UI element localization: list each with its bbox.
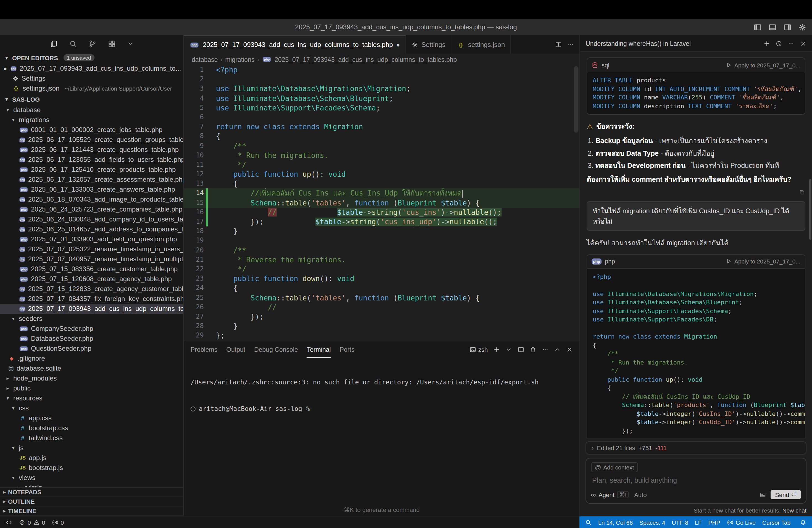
sidebar-section-timeline[interactable]: ▸TIMELINE [0,507,184,516]
editor-line[interactable]: 15 Schema::table('tables', function (Blu… [184,198,579,207]
editor-line[interactable]: 24 { [184,283,579,293]
sidebar-section-outline[interactable]: ▸OUTLINE [0,497,184,507]
apply-button[interactable]: Apply to 2025_07_17_0... [726,258,800,265]
chat-input-box[interactable]: @ Add context Plan, search, build anythi… [585,458,807,504]
panel-tab-output[interactable]: Output [226,341,245,358]
tree-item[interactable]: ▾migrations [0,115,184,125]
tree-item[interactable]: ▾css [0,403,184,413]
editor-line[interactable]: 16 // $table->string('cus_ins')->nullabl… [184,208,579,217]
editor-line[interactable]: 9 /** [184,141,579,150]
editor-line[interactable]: 22 */ [184,265,579,274]
tab-settings[interactable]: Settings [406,35,452,54]
status-cursor-tab[interactable]: Cursor Tab [759,519,794,526]
notifications-bell[interactable] [797,519,810,526]
tree-item[interactable]: php2025_06_24_030048_add_company_id_to_u… [0,214,184,224]
new-terminal-icon[interactable] [493,346,500,353]
maximize-panel-icon[interactable] [554,346,561,353]
editor-line[interactable]: 8{ [184,132,579,141]
editor-line[interactable]: 10 * Run the migrations. [184,150,579,160]
editor-line[interactable]: 20 /** [184,246,579,255]
chevron-down-icon[interactable] [127,40,134,47]
tree-item[interactable]: php2025_06_17_121443_create_questions_ta… [0,145,184,155]
toggle-bottom-panel-icon[interactable] [768,23,777,31]
tree-item[interactable]: #tailwind.css [0,433,184,443]
tree-item[interactable]: ▸node_modules [0,373,184,383]
editor-line[interactable]: 5use Illuminate\Support\Facades\Schema; [184,103,579,113]
explorer-icon[interactable] [50,40,58,48]
chevron-down-icon[interactable] [505,346,512,353]
status-cursor-position[interactable]: Ln 14, Col 66 [595,519,636,526]
panel-tab-terminal[interactable]: Terminal [307,341,331,358]
editor-line[interactable]: 28 } [184,321,579,331]
tree-item[interactable]: phpCompanySeeder.php [0,324,184,334]
tree-item[interactable]: php2025_06_17_123055_add_fields_to_users… [0,155,184,165]
settings-gear-icon[interactable] [798,23,807,31]
editor-line[interactable]: 18 } [184,226,579,236]
tree-item[interactable]: php0001_01_01_000002_create_jobs_table.p… [0,125,184,135]
tree-item[interactable]: ▸public [0,383,184,393]
tree-item[interactable]: ▾js [0,443,184,453]
chat-input-placeholder[interactable]: Plan, search, build anything [592,476,800,484]
tree-item[interactable]: JSbootstrap.js [0,463,184,473]
apply-button[interactable]: Apply to 2025_07_17_0... [726,62,800,68]
panel-tab-problems[interactable]: Problems [191,341,217,358]
editor-line[interactable]: 19 [184,236,579,246]
breadcrumb-item[interactable]: database [192,56,218,63]
add-context-button[interactable]: @ Add context [591,462,638,472]
open-editor-item[interactable]: ●php2025_07_17_093943_add_cus_ins_udp_co… [0,63,184,73]
toggle-left-panel-icon[interactable] [753,23,762,31]
status-encoding[interactable]: UTF-8 [668,519,692,526]
editor-line[interactable]: 29}; [184,331,579,340]
remote-indicator[interactable] [5,519,12,526]
source-control-icon[interactable] [88,40,97,48]
new-chat-icon[interactable] [764,40,770,47]
status-indentation[interactable]: Spaces: 4 [636,519,668,526]
tree-item[interactable]: php2025_06_17_105529_create_question_gro… [0,135,184,145]
status-language-mode[interactable]: PHP [705,519,723,526]
tree-item[interactable]: php2025_06_17_132057_create_assessments_… [0,175,184,185]
tree-item[interactable]: php2025_07_01_033903_add_field_on_questi… [0,234,184,244]
editor-line[interactable]: 12 public function up(): void [184,170,579,179]
tree-item[interactable]: php2025_07_17_084357_fix_foreign_key_con… [0,294,184,304]
model-selector[interactable]: Auto [634,491,647,498]
editor-line[interactable]: 11 */ [184,160,579,170]
editor-line[interactable]: 27 }); [184,312,579,321]
more-actions-icon[interactable] [542,346,549,353]
search-icon[interactable] [69,40,77,48]
tree-item[interactable]: php2025_07_07_040957_rename_timestamp_in… [0,254,184,264]
editor-line[interactable]: 14 //เพิ่มคอลัมภ์ Cus_Ins และ Cus_Ins_Ud… [184,189,579,198]
history-icon[interactable] [775,40,782,47]
tree-item[interactable]: ◆.gitignore [0,353,184,363]
breadcrumb-item[interactable]: migrations [225,56,255,63]
tree-item[interactable]: php2025_06_17_133003_create_answers_tabl… [0,185,184,194]
tree-item[interactable]: php2025_07_07_025322_rename_timestamp_in… [0,244,184,254]
editor-scrollbar[interactable] [574,66,578,133]
tree-item[interactable]: php2025_07_17_093943_add_cus_ins_udp_col… [0,304,184,314]
tree-item[interactable]: phpQuestionSeeder.php [0,343,184,353]
editor-line[interactable]: 21 * Reverse the migrations. [184,255,579,265]
editor-line[interactable]: 17 }); $table->string('cus_ins_udp')->nu… [184,217,579,226]
breadcrumb[interactable]: database›migrations›php2025_07_17_093943… [184,54,579,65]
editor-line[interactable]: 4use Illuminate\Database\Schema\Blueprin… [184,93,579,103]
tree-item[interactable]: #bootstrap.css [0,423,184,433]
code-editor[interactable]: 1<?php2 3use Illuminate\Database\Migrati… [184,65,579,341]
status-eol[interactable]: LF [692,519,705,526]
split-terminal-icon[interactable] [518,346,524,353]
tree-item[interactable]: ▾seeders [0,314,184,324]
project-section-header[interactable]: ▾ SAS-LOG [0,93,184,105]
chat-scroll-area[interactable]: sql Apply to 2025_07_17_0... ALTER TABLE… [580,52,812,438]
edited-files-row[interactable]: › Edited 21 files +751 -111 [585,441,807,455]
tab-active-file[interactable]: php2025_07_17_093943_add_cus_ins_udp_col… [184,35,406,54]
send-button[interactable]: Send ⏎ [771,490,801,499]
tab-settings-json[interactable]: {}settings.json [452,35,511,54]
editor-line[interactable]: 2 [184,75,579,84]
open-editor-item[interactable]: Settings [0,73,184,84]
more-actions-icon[interactable] [567,41,574,48]
tree-item[interactable]: php2025_07_15_122833_create_agency_custo… [0,284,184,294]
editor-line[interactable]: 7return new class extends Migration [184,122,579,131]
tree-item[interactable]: ▾database [0,105,184,115]
tree-item[interactable]: php2025_06_24_025723_create_companies_ta… [0,204,184,214]
status-go-live[interactable]: Go Live [724,519,759,526]
tree-item[interactable]: php2025_06_25_014657_add_address_to_comp… [0,224,184,234]
tree-item[interactable]: php2025_06_18_070343_add_image_to_produc… [0,194,184,204]
